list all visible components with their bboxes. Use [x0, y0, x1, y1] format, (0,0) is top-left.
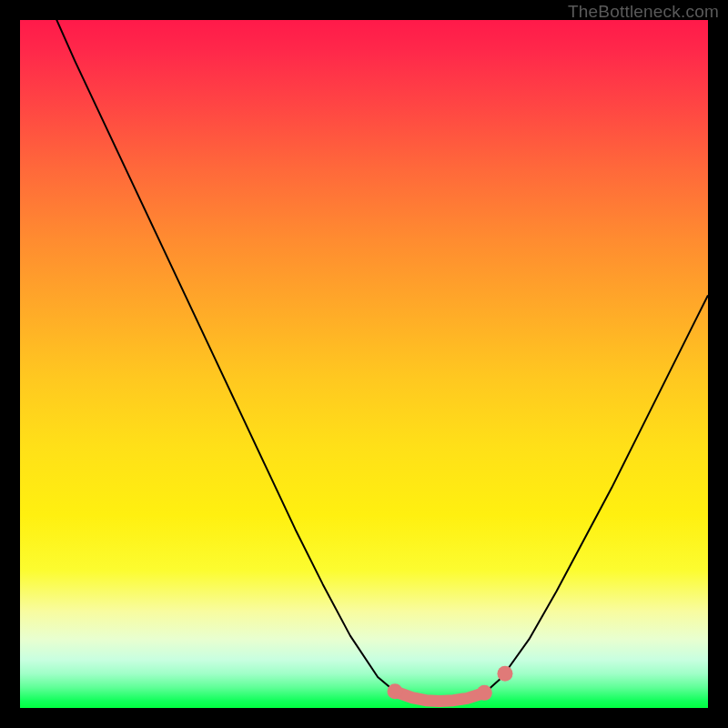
bottleneck-curve: [20, 20, 708, 701]
flat-region-highlight: [395, 692, 484, 702]
bottleneck-chart: TheBottleneck.com: [0, 0, 728, 728]
flat-region-right-end-marker: [477, 685, 492, 701]
watermark-text: TheBottleneck.com: [568, 2, 719, 22]
plot-area: [20, 20, 708, 708]
curve-layer: [20, 20, 708, 708]
flat-region-left-end-marker: [388, 683, 403, 699]
detached-marker-marker: [497, 666, 512, 682]
